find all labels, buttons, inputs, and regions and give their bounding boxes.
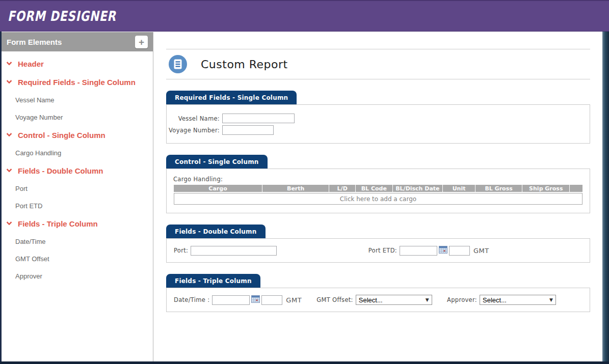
approver-select[interactable]: Select... ▼ xyxy=(480,295,556,305)
sidebar-item-gmt-offset[interactable]: GMT Offset xyxy=(2,250,153,267)
sidebar-item-port-etd[interactable]: Port ETD xyxy=(2,197,153,214)
sidebar-group-header[interactable]: Header xyxy=(2,54,153,73)
column-header-ld: L/D xyxy=(329,185,355,192)
add-element-button[interactable]: + xyxy=(135,36,148,48)
sidebar-item-datetime[interactable]: Date/Time xyxy=(2,233,153,250)
approver-selected-value: Select... xyxy=(483,296,507,304)
form-canvas: Custom Report Required Fields - Single C… xyxy=(154,32,602,361)
port-input[interactable] xyxy=(191,246,277,256)
vessel-name-label: Vessel Name: xyxy=(167,115,220,122)
sidebar-list: Header Required Fields - Single Column V… xyxy=(2,51,153,285)
section-required-fields: Required Fields - Single Column Vessel N… xyxy=(166,91,590,144)
top-header-bar: FORM DESIGNER xyxy=(0,0,609,32)
section-tab-double-column[interactable]: Fields - Double Column xyxy=(166,225,266,238)
chevron-down-icon xyxy=(6,166,12,172)
form-elements-sidebar: Form Elements + Header Required Fields -… xyxy=(2,32,153,361)
chevron-down-icon xyxy=(6,219,12,225)
datetime-label: Date/Time : xyxy=(174,296,209,303)
gmt-offset-selected-value: Select... xyxy=(359,296,383,304)
sidebar-title: Form Elements xyxy=(7,38,62,46)
dropdown-arrow-icon: ▼ xyxy=(426,297,429,302)
column-header-ship-gross: Ship Gross xyxy=(522,185,569,192)
voyage-number-label: Voyage Number: xyxy=(167,127,220,134)
sidebar-group-label: Fields - Double Column xyxy=(18,166,103,175)
chevron-down-icon xyxy=(6,78,12,83)
sidebar-item-voyage-number[interactable]: Voyage Number xyxy=(2,108,153,126)
gmt-offset-select[interactable]: Select... ▼ xyxy=(356,295,432,305)
cargo-handling-label: Cargo Handling: xyxy=(173,176,583,183)
column-header-actions xyxy=(570,185,582,192)
sidebar-group-label: Fields - Triple Column xyxy=(18,219,98,228)
port-etd-label: Port ETD: xyxy=(368,247,397,254)
port-label: Port: xyxy=(174,247,188,254)
sidebar-header: Form Elements + xyxy=(2,32,153,51)
gmt-offset-label: GMT Offset: xyxy=(316,296,353,303)
report-header: Custom Report xyxy=(166,49,590,79)
vessel-name-input[interactable] xyxy=(222,114,295,123)
window-frame-bottom xyxy=(0,361,609,364)
cargo-table-header-row: Cargo Berth L/D BL Code BL/Disch Date Un… xyxy=(174,185,582,192)
port-etd-gmt-input[interactable] xyxy=(449,246,470,256)
sidebar-group-label: Header xyxy=(18,60,44,68)
section-triple-column: Fields - Triple Column Date/Time : xyxy=(166,274,590,312)
gmt-label: GMT xyxy=(286,296,302,304)
calendar-icon[interactable] xyxy=(439,246,447,256)
voyage-number-input[interactable] xyxy=(222,125,274,135)
sidebar-group-label: Required Fields - Single Column xyxy=(18,78,136,87)
port-etd-input[interactable] xyxy=(400,246,437,256)
window-frame-left xyxy=(0,32,2,364)
sidebar-item-approver[interactable]: Approver xyxy=(2,267,153,285)
datetime-input[interactable] xyxy=(212,295,250,305)
sidebar-item-port[interactable]: Port xyxy=(2,180,153,197)
page-title: Custom Report xyxy=(201,58,288,71)
section-tab-control[interactable]: Control - Single Column xyxy=(166,155,268,169)
sidebar-group-double-column[interactable]: Fields - Double Column xyxy=(2,161,153,180)
table-row: Click here to add a cargo xyxy=(174,193,582,205)
calendar-icon[interactable] xyxy=(251,295,260,305)
sidebar-group-label: Control - Single Column xyxy=(18,131,105,139)
section-double-column: Fields - Double Column Port: Port ETD: xyxy=(166,225,590,263)
sidebar-group-control[interactable]: Control - Single Column xyxy=(2,126,153,144)
column-header-bl-disch-date: BL/Disch Date xyxy=(393,185,443,192)
app-title: FORM DESIGNER xyxy=(8,8,116,24)
cargo-table: Cargo Berth L/D BL Code BL/Disch Date Un… xyxy=(173,184,583,206)
column-header-cargo: Cargo xyxy=(174,185,262,192)
section-control: Control - Single Column Cargo Handling: … xyxy=(166,155,590,213)
sidebar-group-triple-column[interactable]: Fields - Triple Column xyxy=(2,214,153,233)
datetime-gmt-input[interactable] xyxy=(261,295,282,305)
column-header-unit: Unit xyxy=(443,185,475,192)
column-header-bl-gross: BL Gross xyxy=(475,185,522,192)
section-tab-triple-column[interactable]: Fields - Triple Column xyxy=(166,274,260,288)
sidebar-item-vessel-name[interactable]: Vessel Name xyxy=(2,91,153,108)
window-frame-right xyxy=(602,32,609,364)
gmt-label: GMT xyxy=(473,247,489,255)
report-document-icon xyxy=(168,54,188,74)
add-cargo-row[interactable]: Click here to add a cargo xyxy=(174,193,582,205)
column-header-berth: Berth xyxy=(262,185,329,192)
dropdown-arrow-icon: ▼ xyxy=(549,297,553,302)
column-header-bl-code: BL Code xyxy=(356,185,392,192)
sidebar-group-required-fields[interactable]: Required Fields - Single Column xyxy=(2,73,153,91)
chevron-down-icon xyxy=(6,131,12,136)
chevron-down-icon xyxy=(6,60,12,65)
approver-label: Approver: xyxy=(447,296,477,303)
section-tab-required-fields[interactable]: Required Fields - Single Column xyxy=(166,91,297,104)
sidebar-item-cargo-handling[interactable]: Cargo Handling xyxy=(2,144,153,161)
